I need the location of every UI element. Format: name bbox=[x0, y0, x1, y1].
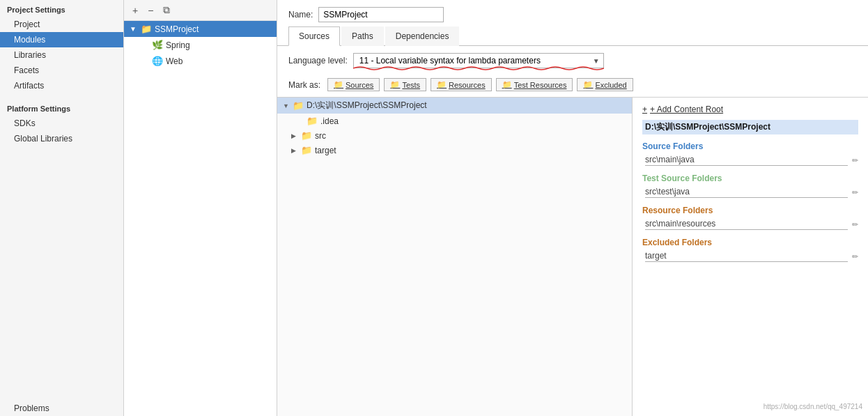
leaf-icon-spring: 🌿 bbox=[152, 40, 163, 50]
mark-test-resources-button[interactable]: 📁 Test Resources bbox=[496, 78, 573, 91]
tests-folder-icon: 📁 bbox=[390, 80, 400, 89]
excluded-folders-section: Excluded Folders target ✏ bbox=[642, 238, 858, 263]
module-tree-toolbar: + − ⧉ bbox=[124, 0, 277, 21]
excluded-folder-path-0: target bbox=[645, 251, 848, 262]
sidebar-item-sdks[interactable]: SDKs bbox=[0, 116, 123, 131]
tree-item-ssmproject[interactable]: ▼ 📁 SSMProject bbox=[124, 21, 277, 37]
language-level-select-wrapper: 11 - Local variable syntax for lambda pa… bbox=[353, 53, 604, 68]
resource-folders-section: Resource Folders src\main\resources ✏ bbox=[642, 206, 858, 231]
sidebar: Project Settings Project Modules Librari… bbox=[0, 0, 124, 416]
language-level-row: Language level: 11 - Local variable synt… bbox=[277, 46, 868, 75]
add-content-root-button[interactable]: + + Add Content Root bbox=[642, 105, 723, 114]
src-expand-icon: ▶ bbox=[291, 132, 298, 139]
sidebar-item-problems[interactable]: Problems bbox=[0, 401, 123, 416]
excluded-folder-edit-icon-0[interactable]: ✏ bbox=[852, 252, 858, 261]
module-tree-content: ▼ 📁 SSMProject 🌿 Spring 🌐 Web bbox=[124, 21, 277, 416]
sidebar-item-libraries[interactable]: Libraries bbox=[0, 47, 123, 63]
tree-item-label-ssmproject: SSMProject bbox=[155, 24, 199, 34]
src-folder-icon: 📁 bbox=[301, 130, 312, 141]
test-source-folder-edit-icon-0[interactable]: ✏ bbox=[852, 188, 858, 197]
source-folders-header: Source Folders bbox=[642, 141, 858, 151]
language-level-select[interactable]: 11 - Local variable syntax for lambda pa… bbox=[353, 53, 604, 68]
root-expand-icon: ▼ bbox=[283, 102, 290, 109]
project-settings-header: Project Settings bbox=[0, 0, 123, 17]
file-tree-idea[interactable]: 📁 .idea bbox=[277, 114, 632, 128]
excluded-folder-path-row-0: target ✏ bbox=[642, 250, 858, 263]
idea-label: .idea bbox=[320, 116, 339, 126]
file-tree: ▼ 📁 D:\实训\SSMProject\SSMProject 📁 .idea … bbox=[277, 98, 633, 416]
tab-sources[interactable]: Sources bbox=[288, 26, 340, 46]
test-source-folders-header: Test Source Folders bbox=[642, 174, 858, 183]
source-folders-section: Source Folders src\main\java ✏ bbox=[642, 141, 858, 167]
idea-folder-icon: 📁 bbox=[307, 116, 318, 126]
resources-folder-icon: 📁 bbox=[437, 80, 447, 89]
tree-item-label-spring: Spring bbox=[166, 40, 190, 50]
mark-as-row: Mark as: 📁 Sources 📁 Tests 📁 Resources 📁… bbox=[277, 75, 868, 97]
remove-module-button[interactable]: − bbox=[145, 3, 156, 17]
target-folder-icon: 📁 bbox=[301, 145, 312, 155]
sidebar-item-modules[interactable]: Modules bbox=[0, 32, 123, 47]
file-tree-src[interactable]: ▶ 📁 src bbox=[277, 128, 632, 143]
target-label: target bbox=[315, 146, 336, 155]
content-root-path: D:\实训\SSMProject\SSMProject bbox=[642, 120, 858, 134]
add-module-button[interactable]: + bbox=[130, 3, 141, 17]
web-icon-web: 🌐 bbox=[152, 56, 163, 66]
resource-folders-header: Resource Folders bbox=[642, 206, 858, 215]
resource-folder-path-row-0: src\main\resources ✏ bbox=[642, 218, 858, 231]
source-folder-path-0: src\main\java bbox=[645, 155, 848, 166]
watermark: https://blog.csdn.net/qq_497214 bbox=[764, 403, 862, 410]
file-tree-root[interactable]: ▼ 📁 D:\实训\SSMProject\SSMProject bbox=[277, 98, 632, 114]
folder-icon-ssmproject: 📁 bbox=[141, 24, 152, 34]
language-level-label: Language level: bbox=[288, 56, 348, 66]
name-row: Name: bbox=[277, 0, 868, 26]
resource-folder-edit-icon-0[interactable]: ✏ bbox=[852, 220, 858, 229]
mark-as-label: Mark as: bbox=[288, 80, 320, 90]
mark-tests-button[interactable]: 📁 Tests bbox=[384, 78, 426, 91]
right-panel: + + Add Content Root D:\实训\SSMProject\SS… bbox=[633, 98, 868, 416]
root-folder-icon: 📁 bbox=[293, 100, 304, 111]
add-content-root-label: + Add Content Root bbox=[650, 105, 723, 114]
target-expand-icon: ▶ bbox=[291, 147, 298, 154]
test-source-folders-section: Test Source Folders src\test\java ✏ bbox=[642, 174, 858, 199]
tree-item-spring[interactable]: 🌿 Spring bbox=[124, 37, 277, 53]
sidebar-item-facets[interactable]: Facets bbox=[0, 63, 123, 78]
plus-icon: + bbox=[642, 105, 647, 114]
sources-folder-icon: 📁 bbox=[334, 80, 343, 89]
src-label: src bbox=[315, 131, 326, 141]
mark-sources-button[interactable]: 📁 Sources bbox=[327, 78, 380, 91]
platform-settings-header: Platform Settings bbox=[0, 99, 123, 116]
mark-resources-button[interactable]: 📁 Resources bbox=[431, 78, 492, 91]
split-panel: ▼ 📁 D:\实训\SSMProject\SSMProject 📁 .idea … bbox=[277, 97, 868, 416]
test-resources-folder-icon: 📁 bbox=[502, 80, 512, 89]
tab-paths[interactable]: Paths bbox=[341, 26, 384, 46]
tabs: Sources Paths Dependencies bbox=[277, 26, 868, 46]
source-folder-path-row-0: src\main\java ✏ bbox=[642, 154, 858, 167]
test-source-folder-path-0: src\test\java bbox=[645, 187, 848, 198]
main-content: Name: Sources Paths Dependencies Languag… bbox=[277, 0, 868, 416]
source-folder-edit-icon-0[interactable]: ✏ bbox=[852, 156, 858, 165]
resource-folder-path-0: src\main\resources bbox=[645, 219, 848, 230]
sidebar-item-artifacts[interactable]: Artifacts bbox=[0, 78, 123, 93]
expand-arrow-ssmproject: ▼ bbox=[130, 25, 138, 33]
copy-module-button[interactable]: ⧉ bbox=[160, 3, 173, 17]
name-input[interactable] bbox=[318, 7, 444, 22]
tab-content: Language level: 11 - Local variable synt… bbox=[277, 46, 868, 416]
test-source-folder-path-row-0: src\test\java ✏ bbox=[642, 186, 858, 199]
sidebar-item-global-libraries[interactable]: Global Libraries bbox=[0, 131, 123, 146]
tab-dependencies[interactable]: Dependencies bbox=[385, 26, 460, 46]
tree-item-label-web: Web bbox=[166, 56, 183, 66]
sidebar-item-project[interactable]: Project bbox=[0, 17, 123, 32]
name-label: Name: bbox=[288, 10, 313, 20]
module-tree: + − ⧉ ▼ 📁 SSMProject 🌿 Spring 🌐 Web bbox=[124, 0, 277, 416]
excluded-folder-icon: 📁 bbox=[583, 80, 593, 89]
root-path-label: D:\实训\SSMProject\SSMProject bbox=[307, 100, 427, 111]
file-tree-target[interactable]: ▶ 📁 target bbox=[277, 143, 632, 157]
mark-excluded-button[interactable]: 📁 Excluded bbox=[577, 78, 633, 91]
excluded-folders-header: Excluded Folders bbox=[642, 238, 858, 247]
tree-item-web[interactable]: 🌐 Web bbox=[124, 53, 277, 69]
